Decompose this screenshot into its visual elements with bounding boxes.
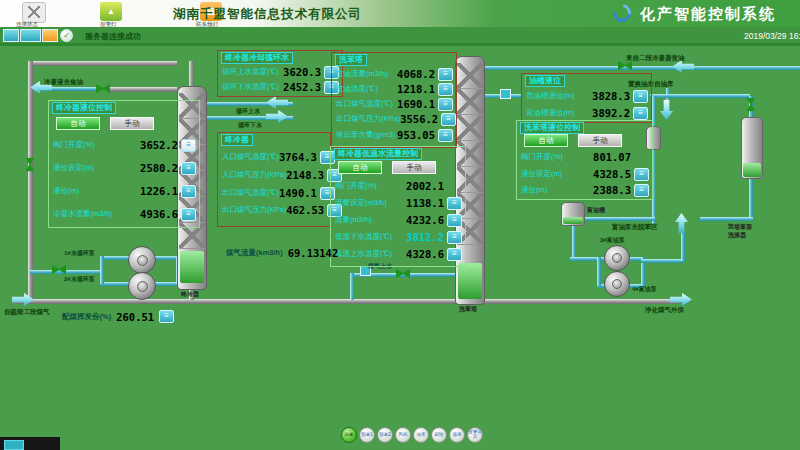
toolbar-ok-icon[interactable]: ✓ [60,29,73,42]
bottom-nav: 洗苯 脱苯1 脱苯2 风机 油库 硫铵 温度 报警设定 [341,427,483,443]
trend-button[interactable]: ≡ [181,162,196,175]
header-bar: 连接状态 ▲ 报警灯 ☎ 联系我们 湖南千盟智能信息技术有限公司 化产智能控制系… [0,0,800,27]
field-label: 入口煤气压力(KPa) [222,170,286,180]
pump3-label: 3#富油泵 [600,236,625,245]
tools-icon [28,6,40,18]
connection-status-button[interactable] [22,2,46,23]
pipe-segment [110,87,177,92]
field-value: 2388.3 [593,184,631,196]
field-label: 富油槽液位(m) [526,108,592,118]
panel-oil-tank-level: 油槽液位 贫油槽液位(m)3828.3≡ 富油槽液位(m)3892.2≡ [521,73,652,123]
pipe-rich-oil-up [681,232,685,261]
manual-button[interactable]: 手动 [578,134,622,147]
pipe-segment [28,61,33,303]
trend-button[interactable]: ≡ [438,83,453,96]
field-label: 冷凝水流量(m3/h) [53,209,140,219]
pipe-segment [30,61,177,66]
trend-button[interactable]: ≡ [447,231,462,244]
nav-button-fan[interactable]: 风机 [395,427,411,443]
circ-up-label: 循环上水 [236,107,260,116]
alarm-lamp-button[interactable]: ▲ [100,2,122,21]
nav-button-oil-depot[interactable]: 油库 [413,427,429,443]
field-label: 出口煤气温度(℃) [336,99,397,109]
wash-tower-label: 洗苯塔 [459,305,477,314]
valve-icon [96,84,110,93]
check-icon: ✓ [63,31,70,40]
field-value: 953.05 [397,129,435,141]
trend-button[interactable]: ≡ [633,107,648,120]
field-label: 贫油温度(℃) [336,84,397,94]
liquid-level [180,251,204,283]
final-cooler-tower-label: 终冷器 [181,290,199,299]
rich-oil-tank-label: 富油槽 [587,206,605,215]
gas-flow-readout: 煤气流量(km3/h) 69.13142 [226,247,338,259]
field-label: 低温上水温度(℃) [335,249,406,259]
trend-button[interactable]: ≡ [447,197,462,210]
flow-arrow-right-icon [266,110,288,123]
scada-screen: 连接状态 ▲ 报警灯 ☎ 联系我们 湖南千盟智能信息技术有限公司 化产智能控制系… [0,0,800,450]
trend-button[interactable]: ≡ [447,214,462,227]
nav-button-debenzol-1[interactable]: 脱苯1 [359,427,375,443]
field-label: 出口煤气压力(KPa) [222,205,286,215]
trend-button[interactable]: ≡ [447,248,462,261]
trend-button[interactable]: ≡ [438,98,453,111]
pipe-segment [189,61,194,88]
toolbar-folder-icon[interactable] [42,29,58,42]
nav-button-alarm-settings[interactable]: 报警设定 [467,427,483,443]
right-device-label: 双塔苯萘洗涤器 [728,224,756,239]
field-label: 煤气流量(km3/h) [226,248,283,258]
trend-button[interactable]: ≡ [634,184,649,197]
auto-button[interactable]: 自动 [338,161,382,174]
company-name: 湖南千盟智能信息技术有限公司 [150,6,385,23]
alarm-icon: ▲ [107,7,115,16]
field-label: 循环上水温度(℃) [222,67,283,77]
system-title: 化产智能控制系统 [640,5,776,24]
trend-button[interactable]: ≡ [181,208,196,221]
auto-button[interactable]: 自动 [524,134,568,147]
nav-button-temperature[interactable]: 温度 [449,427,465,443]
field-value: 2580.2 [140,162,178,174]
nav-button-debenzol-2[interactable]: 脱苯2 [377,427,393,443]
pipe-segment [641,259,683,263]
field-label: 液位设定(m) [521,169,593,179]
nav-button-sulfate[interactable]: 硫铵 [431,427,447,443]
trend-button[interactable]: ≡ [438,68,453,81]
field-value: 4068.2 [397,68,435,80]
coal-volatile-readout: 配煤挥发份(%) 260.51 ≡ [62,310,174,323]
nav-button-wash-benzene[interactable]: 洗苯 [341,427,357,443]
field-label: 贫油流量(m3/h) [336,69,397,79]
field-value: 260.51 [116,311,154,323]
field-value: 3620.3 [283,66,321,78]
panel-final-cooler-level-control: 终冷器液位控制 自动 手动 阀门开度(%)3652.2≡ 液位设定(m)2580… [48,100,200,228]
pump1-label: 1#水循环泵 [64,249,95,258]
makeup-oil-arrow-icon [660,100,673,120]
toolbar-window-icon[interactable] [3,29,19,42]
brand-swirl-icon [609,0,634,25]
trend-button[interactable]: ≡ [634,168,649,181]
auto-button[interactable]: 自动 [56,117,100,130]
taskbar-app-button[interactable] [4,440,24,450]
manual-button[interactable]: 手动 [110,117,154,130]
trend-button[interactable]: ≡ [159,310,174,323]
manual-button[interactable]: 手动 [392,161,436,174]
field-label: 低温下水温度(℃) [335,232,406,242]
field-label: 阀门开度(%) [53,140,140,150]
field-value: 1226.1 [140,185,178,197]
trend-button[interactable]: ≡ [181,185,196,198]
panel-final-cooler: 终冷器 入口煤气温度(℃)3764.3≡ 入口煤气压力(KPa)2148.3≡ … [217,132,331,227]
field-value: 3764.3 [279,151,317,163]
trend-button[interactable]: ≡ [181,139,196,152]
rich-oil-arrow-icon [675,213,688,233]
field-label: 液位设定(m) [53,163,140,173]
field-label: 液位(m) [521,185,593,195]
field-value: 1690.1 [397,98,435,110]
panel-title: 终冷器液位控制 [52,102,116,114]
lean-oil-in-label: 来自二段冷凝器贫油 [626,54,685,63]
field-value: 3828.3 [592,90,630,102]
trend-button[interactable]: ≡ [441,113,456,126]
toolbar-panel-icon[interactable] [20,29,41,42]
trend-button[interactable]: ≡ [438,129,453,142]
trend-button[interactable]: ≡ [633,90,648,103]
panel-title: 终冷器冷却循环水 [221,52,293,64]
field-label: 流量(m3/h) [335,215,406,225]
